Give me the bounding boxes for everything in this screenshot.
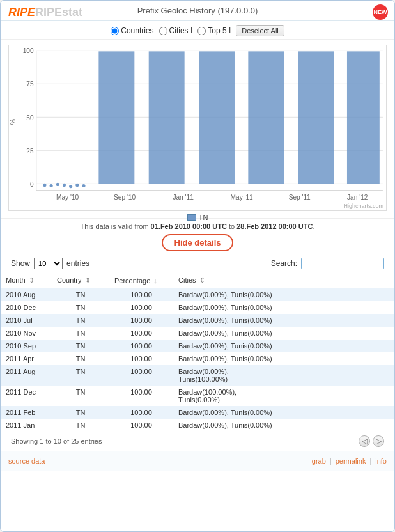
data-table: Month ⇕ Country ⇕ Percentage ↓ Cities ⇕ …: [1, 273, 394, 432]
table-row: 2010 NovTN100.00Bardaw(0.00%), Tunis(0.0…: [1, 327, 394, 340]
table-row: 2010 AugTN100.00Bardaw(0.00%), Tunis(0.0…: [1, 288, 394, 302]
col-header-month[interactable]: Month ⇕: [1, 273, 52, 288]
chart-legend: TN: [8, 211, 387, 225]
svg-text:Jan '12: Jan '12: [347, 194, 368, 201]
permalink-link[interactable]: permalink: [336, 457, 366, 465]
svg-point-20: [50, 184, 53, 187]
source-data-link[interactable]: source data: [8, 457, 45, 465]
view-controls: Countries Cities I Top 5 I Deselect All: [1, 21, 394, 40]
col-header-country[interactable]: Country ⇕: [52, 273, 109, 288]
svg-text:Jan '11: Jan '11: [173, 194, 194, 201]
cell-month: 2011 Feb: [1, 406, 52, 419]
table-row: 2011 AprTN100.00Bardaw(0.00%), Tunis(0.0…: [1, 352, 394, 365]
footer-left: source data: [8, 457, 45, 465]
svg-point-24: [75, 184, 79, 187]
cell-country: TN: [52, 301, 109, 314]
entries-select[interactable]: 10 25 50 100: [34, 258, 63, 269]
chart-inner: 100 75 50 25 0 % May '10 Sep '10 Jan '11…: [8, 45, 387, 211]
grab-link[interactable]: grab: [312, 457, 326, 465]
svg-text:Sep '11: Sep '11: [289, 194, 311, 201]
footer-right: grab | permalink | info: [312, 457, 387, 465]
top5-option[interactable]: Top 5 I: [198, 26, 231, 35]
svg-rect-28: [199, 51, 235, 184]
cell-country: TN: [52, 365, 109, 386]
svg-text:50: 50: [26, 114, 34, 121]
show-entries: Show 10 25 50 100 entries: [11, 258, 89, 269]
cell-percentage: 100.00: [109, 386, 173, 406]
chart-area: 100 75 50 25 0 % May '10 Sep '10 Jan '11…: [1, 40, 394, 219]
cell-cities: Bardaw(0.00%), Tunis(0.00%): [173, 352, 394, 365]
page-title: Prefix Geoloc History (197.0.0.0): [137, 6, 258, 15]
top5-radio[interactable]: [198, 27, 206, 35]
countries-option[interactable]: Countries: [111, 26, 153, 35]
cell-cities: Bardaw(100.00%),Tunis(0.00%): [173, 386, 394, 406]
show-label: Show: [11, 259, 30, 268]
cell-cities: Bardaw(0.00%), Tunis(0.00%): [173, 406, 394, 419]
hide-details-button[interactable]: Hide details: [162, 234, 234, 251]
svg-point-21: [56, 183, 59, 186]
info-link[interactable]: info: [375, 457, 387, 465]
deselect-all-button[interactable]: Deselect All: [236, 25, 284, 36]
cell-month: 2010 Sep: [1, 340, 52, 352]
nav-buttons: ◁ ▷: [359, 435, 384, 447]
cell-percentage: 100.00: [109, 288, 173, 302]
countries-radio[interactable]: [111, 27, 119, 35]
table-row: 2011 AugTN100.00Bardaw(0.00%),Tunis(100.…: [1, 365, 394, 386]
cell-percentage: 100.00: [109, 352, 173, 365]
new-badge: NEW: [373, 4, 388, 20]
cell-month: 2011 Aug: [1, 365, 52, 386]
svg-rect-27: [149, 51, 185, 184]
search-label: Search:: [271, 259, 297, 268]
header: RIPERIPEstat Prefix Geoloc History (197.…: [1, 1, 394, 21]
table-body: 2010 AugTN100.00Bardaw(0.00%), Tunis(0.0…: [1, 288, 394, 432]
svg-rect-31: [347, 51, 380, 184]
svg-text:25: 25: [26, 147, 34, 154]
svg-point-23: [69, 185, 72, 188]
svg-point-19: [43, 184, 46, 187]
cell-month: 2011 Apr: [1, 352, 52, 365]
main-container: RIPERIPEstat Prefix Geoloc History (197.…: [0, 0, 395, 532]
cell-percentage: 100.00: [109, 301, 173, 314]
table-row: 2011 DecTN100.00Bardaw(100.00%),Tunis(0.…: [1, 386, 394, 406]
footer: source data grab | permalink | info: [1, 451, 394, 471]
cities-radio[interactable]: [159, 27, 167, 35]
col-header-cities[interactable]: Cities ⇕: [173, 273, 394, 288]
legend-color-tn: [187, 214, 196, 221]
prev-button[interactable]: ◁: [359, 435, 370, 447]
cities-option[interactable]: Cities I: [159, 26, 193, 35]
legend-label-tn: TN: [199, 214, 208, 221]
next-button[interactable]: ▷: [373, 435, 384, 447]
logo: RIPERIPEstat: [8, 6, 82, 19]
col-header-percentage[interactable]: Percentage ↓: [109, 273, 173, 288]
svg-text:0: 0: [30, 180, 34, 187]
cell-country: TN: [52, 419, 109, 432]
svg-point-25: [82, 184, 85, 187]
cell-country: TN: [52, 406, 109, 419]
cell-month: 2011 Jan: [1, 419, 52, 432]
cell-percentage: 100.00: [109, 406, 173, 419]
search-input[interactable]: [301, 258, 384, 269]
svg-text:Sep '10: Sep '10: [114, 194, 136, 201]
cell-month: 2010 Dec: [1, 301, 52, 314]
cell-percentage: 100.00: [109, 340, 173, 352]
cell-percentage: 100.00: [109, 327, 173, 340]
cell-percentage: 100.00: [109, 314, 173, 327]
cell-cities: Bardaw(0.00%),Tunis(100.00%): [173, 365, 394, 386]
cell-cities: Bardaw(0.00%), Tunis(0.00%): [173, 301, 394, 314]
cell-country: TN: [52, 314, 109, 327]
cell-cities: Bardaw(0.00%), Tunis(0.00%): [173, 314, 394, 327]
svg-text:May '10: May '10: [56, 194, 79, 201]
svg-point-22: [63, 184, 66, 187]
legend-item-tn: TN: [187, 214, 208, 221]
cell-cities: Bardaw(0.00%), Tunis(0.00%): [173, 340, 394, 352]
cell-country: TN: [52, 386, 109, 406]
svg-rect-26: [98, 51, 134, 184]
cell-month: 2010 Aug: [1, 288, 52, 302]
cell-percentage: 100.00: [109, 365, 173, 386]
chart-svg: 100 75 50 25 0 % May '10 Sep '10 Jan '11…: [9, 45, 386, 210]
showing-text: Showing 1 to 10 of 25 entries ◁ ▷: [1, 432, 394, 451]
table-controls: Show 10 25 50 100 entries Search:: [1, 255, 394, 273]
entries-label: entries: [66, 259, 89, 268]
cell-cities: Bardaw(0.00%), Tunis(0.00%): [173, 288, 394, 302]
table-row: 2010 SepTN100.00Bardaw(0.00%), Tunis(0.0…: [1, 340, 394, 352]
